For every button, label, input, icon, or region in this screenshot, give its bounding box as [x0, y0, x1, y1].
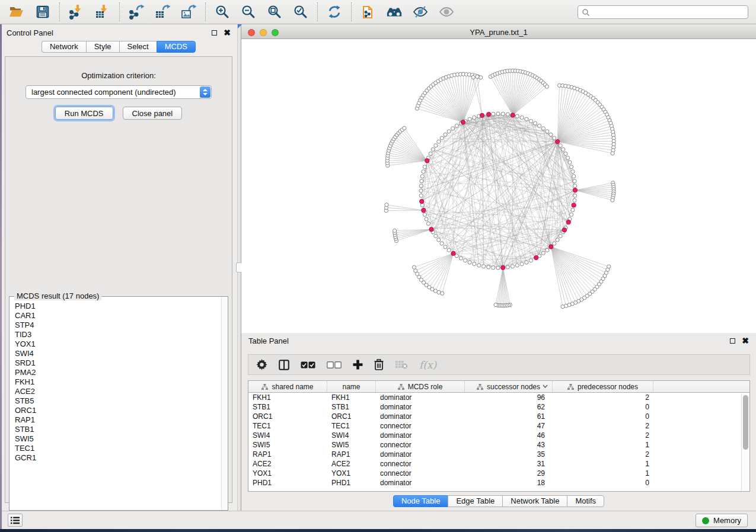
zoom-selected-icon[interactable] [292, 4, 309, 20]
mcds-result-item[interactable]: YOX1 [15, 339, 228, 349]
tab-network-table[interactable]: Network Table [502, 495, 567, 507]
refresh-icon[interactable] [326, 4, 343, 20]
table-settings-gear-icon[interactable] [256, 359, 267, 370]
network-window-titlebar[interactable]: YPA_prune.txt_1 [241, 26, 756, 39]
cell-successor-nodes[interactable]: 29 [465, 469, 553, 478]
cell-name[interactable]: STB1 [327, 402, 376, 412]
open-file-icon[interactable] [8, 4, 25, 20]
cell-name[interactable]: ACE2 [327, 459, 376, 469]
cell-successor-nodes[interactable]: 61 [465, 412, 553, 421]
import-network-icon[interactable] [68, 4, 85, 20]
column-header-predecessor-nodes[interactable]: predecessor nodes [553, 381, 653, 392]
mcds-result-item[interactable]: TEC1 [15, 444, 228, 453]
mcds-result-item[interactable]: GCR1 [15, 453, 228, 463]
cell-MCDS-role[interactable]: connector [376, 459, 465, 469]
run-mcds-button[interactable]: Run MCDS [55, 107, 113, 120]
cell-successor-nodes[interactable]: 96 [465, 393, 553, 402]
close-panel-button[interactable]: Close panel [123, 107, 183, 120]
cell-shared-name[interactable]: RAP1 [248, 450, 327, 459]
maximize-window-icon[interactable] [272, 29, 279, 36]
cell-predecessor-nodes[interactable]: 0 [553, 478, 653, 488]
table-row[interactable]: SWI5SWI5connector431 [248, 440, 749, 450]
network-search-box[interactable] [578, 5, 748, 19]
column-header-shared-name[interactable]: shared name [248, 381, 327, 392]
cell-shared-name[interactable]: SWI4 [248, 431, 327, 440]
cell-shared-name[interactable]: PHD1 [248, 478, 327, 488]
cell-name[interactable]: RAP1 [327, 450, 376, 459]
cell-MCDS-role[interactable]: dominator [376, 450, 465, 459]
zoom-in-icon[interactable] [214, 4, 231, 20]
close-window-icon[interactable] [248, 29, 255, 36]
cell-MCDS-role[interactable]: dominator [376, 412, 465, 421]
mcds-result-item[interactable]: SWI4 [15, 349, 228, 358]
mcds-result-list[interactable]: PHD1CAR1STP4TID3YOX1SWI4SRD1PMA2FKH1ACE2… [9, 296, 228, 511]
tab-edge-table[interactable]: Edge Table [448, 495, 502, 507]
panel-splitter[interactable] [237, 24, 241, 511]
table-row[interactable]: STB1STB1dominator620 [248, 402, 749, 412]
select-all-rows-icon[interactable] [301, 361, 315, 368]
table-row[interactable]: FKH1FKH1dominator962 [248, 393, 749, 402]
tab-style[interactable]: Style [86, 41, 119, 53]
mcds-result-item[interactable]: ACE2 [15, 387, 228, 396]
column-header-name[interactable]: name [327, 381, 376, 392]
node-table[interactable]: shared namenameMCDS rolesuccessor nodesp… [248, 380, 750, 492]
cell-shared-name[interactable]: ACE2 [248, 459, 327, 469]
tab-network[interactable]: Network [42, 41, 86, 53]
column-header-successor-nodes[interactable]: successor nodes [465, 381, 553, 392]
cell-successor-nodes[interactable]: 47 [465, 421, 553, 431]
criterion-select[interactable]: largest connected component (undirected) [25, 85, 212, 99]
cell-successor-nodes[interactable]: 31 [465, 459, 553, 469]
memory-button[interactable]: Memory [696, 514, 748, 527]
minimize-window-icon[interactable] [260, 29, 267, 36]
mcds-result-item[interactable]: PMA2 [15, 368, 228, 377]
cell-MCDS-role[interactable]: dominator [376, 402, 465, 412]
tab-motifs[interactable]: Motifs [567, 495, 604, 507]
cell-predecessor-nodes[interactable]: 1 [553, 469, 653, 478]
cell-successor-nodes[interactable]: 35 [465, 450, 553, 459]
clone-network-icon[interactable] [360, 4, 377, 20]
mcds-result-item[interactable]: PHD1 [15, 302, 228, 311]
cell-name[interactable]: PHD1 [327, 478, 376, 488]
network-graph[interactable] [241, 39, 755, 333]
cell-predecessor-nodes[interactable]: 0 [553, 412, 653, 421]
cell-name[interactable]: ORC1 [327, 412, 376, 421]
mcds-result-item[interactable]: ORC1 [15, 406, 228, 415]
cell-predecessor-nodes[interactable]: 1 [553, 459, 653, 469]
cell-successor-nodes[interactable]: 46 [465, 431, 553, 440]
zoom-out-icon[interactable] [240, 4, 257, 20]
mcds-result-item[interactable]: STP4 [15, 321, 228, 330]
export-network-icon[interactable] [128, 4, 145, 20]
column-header-MCDS-role[interactable]: MCDS role [376, 381, 465, 392]
cell-MCDS-role[interactable]: dominator [376, 431, 465, 440]
cell-shared-name[interactable]: STB1 [248, 402, 327, 412]
network-canvas[interactable] [241, 39, 756, 333]
close-panel-icon[interactable]: ✖ [224, 30, 231, 36]
mcds-result-item[interactable]: SRD1 [15, 358, 228, 368]
column-chooser-icon[interactable] [279, 360, 289, 370]
cell-name[interactable]: SWI4 [327, 431, 376, 440]
close-table-panel-icon[interactable]: ✖ [742, 338, 749, 344]
delete-column-trash-icon[interactable] [374, 359, 384, 370]
cell-MCDS-role[interactable]: dominator [376, 478, 465, 488]
add-column-icon[interactable] [353, 360, 363, 370]
cell-predecessor-nodes[interactable]: 0 [553, 402, 653, 412]
table-row[interactable]: RAP1RAP1dominator352 [248, 450, 749, 459]
mcds-result-item[interactable]: STB1 [15, 425, 228, 434]
cell-successor-nodes[interactable]: 43 [465, 440, 553, 450]
cell-name[interactable]: YOX1 [327, 469, 376, 478]
cell-predecessor-nodes[interactable]: 2 [553, 393, 653, 402]
deselect-all-rows-icon[interactable] [327, 361, 342, 368]
table-row[interactable]: TEC1TEC1connector472 [248, 421, 749, 431]
search-input[interactable] [590, 8, 748, 17]
export-table-icon[interactable] [154, 4, 171, 20]
cell-name[interactable]: SWI5 [327, 440, 376, 450]
search-network-icon[interactable] [386, 4, 403, 20]
cell-shared-name[interactable]: FKH1 [248, 393, 327, 402]
table-row[interactable]: ACE2ACE2connector311 [248, 459, 749, 469]
cell-predecessor-nodes[interactable]: 2 [553, 421, 653, 431]
mcds-result-item[interactable]: TID3 [15, 330, 228, 339]
cell-shared-name[interactable]: ORC1 [248, 412, 327, 421]
float-table-panel-icon[interactable] [730, 338, 735, 344]
cell-successor-nodes[interactable]: 18 [465, 478, 553, 488]
tab-node-table[interactable]: Node Table [393, 495, 448, 507]
